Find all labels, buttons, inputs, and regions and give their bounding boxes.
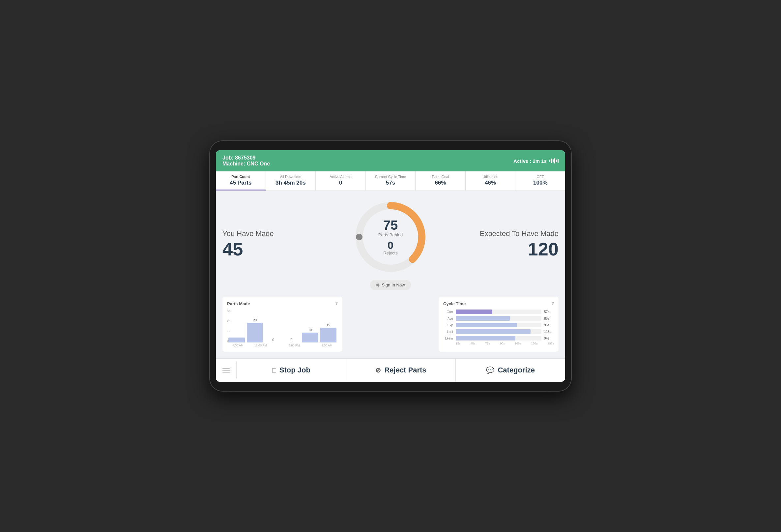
stat-value: 3h 45m 20s (271, 180, 311, 186)
bottom-row: Parts Made ? 20 0 0 10 15 3 (222, 297, 559, 352)
stat-label: Parts Goal (420, 175, 461, 179)
stat-label: Current Cycle Time (370, 175, 411, 179)
menu-line-2 (222, 370, 230, 370)
donut-chart: 75 Parts Behind 0 Rejects (351, 197, 430, 277)
reject-parts-label: Reject Parts (384, 366, 426, 374)
cycle-x-label: 135s (547, 342, 554, 345)
cycle-rows: Curr 57sAve 85sExp (443, 310, 554, 340)
footer: □ Stop Job ⊘ Reject Parts 💬 Categorize (216, 358, 565, 382)
parts-bar-chart: 20 0 0 10 15 3020100 4:30 AM12:00 PM8:00… (227, 310, 338, 347)
cycle-chart-title: Cycle Time ? (443, 301, 554, 306)
reject-parts-button[interactable]: ⊘ Reject Parts (346, 359, 456, 382)
bar-x-label: 4:30 AM (232, 344, 243, 347)
cycle-row-label: Curr (443, 310, 453, 314)
cycle-value: 57s (544, 310, 554, 314)
stat-item-all-downtime[interactable]: All Downtime 3h 45m 20s (266, 171, 316, 191)
header: Job: 8675309 Machine: CNC One Active : 2… (216, 150, 565, 171)
cycle-row: Exp 96s (443, 323, 554, 327)
bar-x-label: 12:00 PM (254, 344, 267, 347)
stat-value: 45 Parts (220, 180, 261, 186)
cycle-row-label: Exp (443, 323, 453, 327)
stop-job-icon: □ (272, 367, 276, 374)
cycle-bar-outer (456, 336, 541, 340)
bar-group: 10 (302, 328, 318, 342)
bar-x-label: 8:00 PM (289, 344, 300, 347)
cycle-bar-inner (456, 329, 531, 334)
cycle-x-labels: 15s45s75s90s105s120s135s (443, 342, 554, 345)
stat-value: 46% (470, 180, 511, 186)
tablet-screen: Job: 8675309 Machine: CNC One Active : 2… (216, 150, 565, 382)
made-section: You Have Made 45 (222, 230, 348, 258)
cycle-bar-outer (456, 323, 541, 327)
cycle-bar-outer (456, 329, 541, 334)
stat-label: Active Alarms (320, 175, 361, 179)
stat-item-current-cycle-time[interactable]: Current Cycle Time 57s (366, 171, 416, 191)
stat-item-active-alarms[interactable]: Active Alarms 0 (316, 171, 366, 191)
bar-label-top: 0 (291, 338, 293, 342)
menu-line-3 (222, 372, 230, 372)
cycle-row: LFew 94s (443, 336, 554, 340)
bar-x-label: 4:00 AM (321, 344, 332, 347)
bar-label-top: 15 (327, 323, 330, 327)
stat-item-oee[interactable]: OEE 100% (516, 171, 565, 191)
header-status: Active : 2m 1s (513, 158, 559, 164)
machine-title: Machine: CNC One (222, 161, 270, 167)
cycle-chart-help-icon[interactable]: ? (552, 301, 554, 306)
categorize-button[interactable]: 💬 Categorize (456, 359, 565, 382)
stat-label: Utilization (470, 175, 511, 179)
y-label: 20 (227, 319, 230, 323)
menu-button[interactable] (216, 362, 237, 378)
categorize-label: Categorize (498, 366, 535, 374)
y-label: 0 (227, 339, 230, 342)
bar-group: 0 (283, 338, 300, 342)
cycle-value: 96s (544, 323, 554, 327)
stat-label: OEE (520, 175, 561, 179)
cycle-bar-inner (456, 336, 516, 340)
cycle-bar-inner (456, 310, 492, 314)
bar-label-top: 20 (253, 318, 257, 322)
stat-item-utilization[interactable]: Utilization 46% (466, 171, 516, 191)
cycle-chart-label: Cycle Time (443, 301, 466, 306)
categorize-icon: 💬 (486, 366, 494, 374)
bar (302, 333, 318, 342)
waveform-icon (549, 158, 559, 163)
bar-group: 0 (265, 338, 281, 342)
menu-line-1 (222, 368, 230, 369)
cycle-x-label: 45s (470, 342, 476, 345)
bar (320, 328, 336, 342)
rejects-label: Rejects (378, 250, 403, 255)
bar (229, 337, 245, 342)
stat-value: 100% (520, 180, 561, 186)
expected-section: Expected To Have Made 120 (433, 230, 559, 258)
parts-chart-help-icon[interactable]: ? (335, 301, 338, 306)
cycle-row-label: LFew (443, 336, 453, 340)
sign-in-label: Sign In Now (382, 283, 405, 287)
y-axis: 3020100 (227, 310, 230, 342)
stop-job-label: Stop Job (280, 366, 311, 374)
cycle-row: Last 118s (443, 329, 554, 334)
reject-parts-icon: ⊘ (375, 366, 381, 374)
stop-job-button[interactable]: □ Stop Job (237, 359, 346, 382)
cycle-bar-outer (456, 310, 541, 314)
sign-in-icon: ⇉ (376, 283, 380, 287)
cycle-x-label: 90s (500, 342, 505, 345)
status-label: Active : 2m 1s (513, 158, 547, 164)
cycle-value: 85s (544, 317, 554, 320)
cycle-x-label: 120s (531, 342, 538, 345)
bar-group: 20 (247, 318, 263, 342)
bar-chart-inner: 20 0 0 10 15 3020100 (227, 310, 338, 342)
stats-bar: Part Count 45 PartsAll Downtime 3h 45m 2… (216, 171, 565, 191)
stat-item-parts-goal[interactable]: Parts Goal 66% (416, 171, 466, 191)
bar-label-top: 10 (308, 328, 312, 332)
sign-in-button[interactable]: ⇉ Sign In Now (370, 280, 411, 290)
parts-chart-title: Parts Made ? (227, 301, 338, 306)
stat-item-part-count[interactable]: Part Count 45 Parts (216, 171, 266, 191)
main-content: You Have Made 45 (216, 191, 565, 358)
parts-chart-label: Parts Made (227, 301, 250, 306)
cycle-x-label: 75s (485, 342, 490, 345)
stat-value: 57s (370, 180, 411, 186)
stat-value: 66% (420, 180, 461, 186)
cycle-row-label: Last (443, 330, 453, 334)
rejects-number: 0 (378, 240, 403, 250)
cycle-x-label: 15s (456, 342, 461, 345)
